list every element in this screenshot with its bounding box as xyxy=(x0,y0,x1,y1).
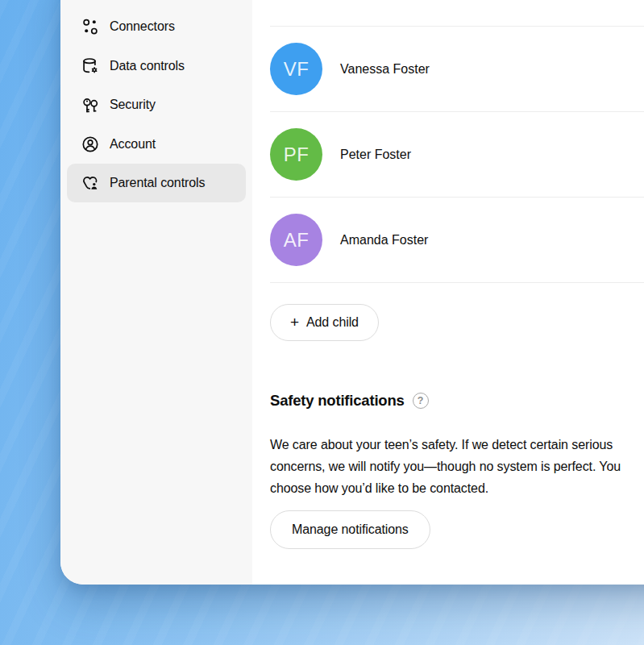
sidebar-item-label: Connectors xyxy=(110,19,175,34)
member-name: Amanda Foster xyxy=(340,233,428,248)
connectors-icon xyxy=(81,17,100,36)
member-name: Peter Foster xyxy=(340,148,411,162)
manage-notifications-button[interactable]: Manage notifications xyxy=(270,510,430,549)
avatar: VF xyxy=(270,43,322,95)
sidebar-item-parental-controls[interactable]: Parental controls xyxy=(67,164,246,202)
avatar-initials: PF xyxy=(284,144,310,166)
settings-panel: Connectors Data controls xyxy=(60,0,644,585)
help-glyph: ? xyxy=(418,395,424,406)
sidebar-item-account[interactable]: Account xyxy=(67,125,246,164)
member-row-vanessa[interactable]: VF Vanessa Foster xyxy=(270,27,644,112)
add-child-label: Add child xyxy=(306,315,359,330)
avatar: AF xyxy=(270,214,322,266)
safety-description: We care about your teen’s safety. If we … xyxy=(270,434,644,499)
account-icon xyxy=(81,135,100,154)
member-row-peter[interactable]: PF Peter Foster xyxy=(270,112,644,198)
settings-sidebar: Connectors Data controls xyxy=(60,0,252,585)
sidebar-item-label: Data controls xyxy=(110,59,185,73)
security-icon xyxy=(81,95,100,114)
parental-controls-icon xyxy=(81,173,100,193)
member-row-amanda[interactable]: AF Amanda Foster xyxy=(270,198,644,283)
safety-description-line: choose how you’d like to be contacted. xyxy=(270,477,644,499)
safety-description-line: We care about your teen’s safety. If we … xyxy=(270,434,644,456)
sidebar-item-security[interactable]: Security xyxy=(67,85,246,124)
plus-icon: + xyxy=(290,314,299,330)
sidebar-item-connectors[interactable]: Connectors xyxy=(67,7,246,46)
avatar-initials: VF xyxy=(284,58,310,81)
add-child-button[interactable]: + Add child xyxy=(270,304,379,341)
help-circle-icon[interactable]: ? xyxy=(413,393,429,409)
avatar: PF xyxy=(270,128,322,181)
sidebar-item-label: Parental controls xyxy=(110,176,205,190)
data-controls-icon xyxy=(81,56,100,76)
parental-controls-panel: VF Vanessa Foster PF Peter Foster AF Ama… xyxy=(252,0,644,585)
member-name: Vanessa Foster xyxy=(340,62,430,77)
safety-notifications-header: Safety notifications ? xyxy=(270,391,644,410)
sidebar-item-label: Account xyxy=(110,137,156,152)
sidebar-item-label: Security xyxy=(110,98,156,112)
manage-notifications-label: Manage notifications xyxy=(292,522,409,537)
avatar-initials: AF xyxy=(284,229,310,252)
safety-description-line: concerns, we will notify you—though no s… xyxy=(270,456,644,477)
sidebar-item-data-controls[interactable]: Data controls xyxy=(67,47,246,85)
section-title: Safety notifications xyxy=(270,392,405,410)
